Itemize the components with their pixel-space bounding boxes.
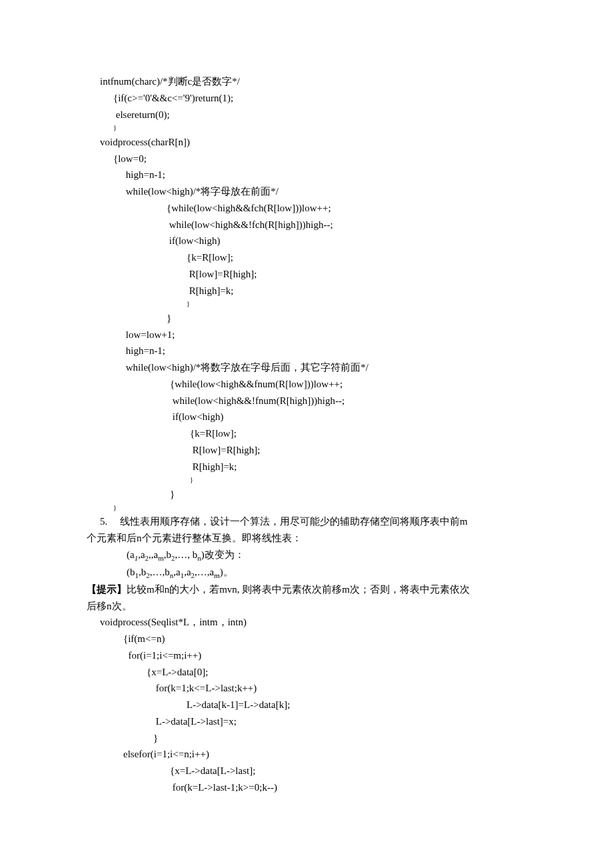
code-line: {k=R[low]; xyxy=(87,425,566,442)
document-page: intfnum(charc)/*判断c是否数字*/ {if(c>='0'&&c<… xyxy=(0,0,613,836)
code-line: } xyxy=(87,310,566,327)
code-line: while(low<high)/*将字母放在前面*/ xyxy=(87,183,566,200)
code-line: {if(m<=n) xyxy=(87,631,566,647)
question-text-cont: 个元素和后n个元素进行整体互换。即将线性表： xyxy=(87,530,566,547)
text: ,a xyxy=(173,567,180,577)
code-line: {k=R[low]; xyxy=(87,249,566,266)
code-line: high=n-1; xyxy=(87,343,566,359)
code-line: R[high]=k; xyxy=(87,283,566,299)
code-line: {while(low<high&&fch(R[low]))low++; xyxy=(87,200,566,217)
code-line: {if(c>='0'&&c<='9')return(1); xyxy=(87,90,566,107)
code-line: {x=L->data[0]; xyxy=(87,664,566,681)
subscript: m xyxy=(214,571,220,579)
code-line: R[low]=R[high]; xyxy=(87,442,566,459)
code-line: while(low<high)/*将数字放在字母后面，其它字符前面*/ xyxy=(87,359,566,376)
code-line: for(i=1;i<=m;i++) xyxy=(87,647,566,664)
text: (b xyxy=(127,567,135,577)
text: (a xyxy=(127,549,135,560)
question-5: 5. 线性表用顺序存储，设计一个算法，用尽可能少的辅助存储空间将顺序表中前m xyxy=(87,513,566,530)
text: ,b xyxy=(139,567,146,577)
code-line: L->data[k-1]=L->data[k]; xyxy=(87,697,566,713)
formula-1: (a1,a2,,am,b2,…, bn)改变为： xyxy=(87,547,566,564)
code-line: } xyxy=(87,486,566,503)
code-line: } xyxy=(87,299,566,310)
formula-2: (b1,b2,…,bn,a1,a2,…,am)。 xyxy=(87,564,566,581)
code-line: intfnum(charc)/*判断c是否数字*/ xyxy=(87,73,566,90)
code-line: voidprocess(charR[n]) xyxy=(87,134,566,151)
text: ,,a xyxy=(149,549,158,560)
code-line: } xyxy=(87,730,566,747)
code-line: while(low<high&&!fch(R[high]))high--; xyxy=(87,217,566,233)
code-line: while(low<high&&!fnum(R[high]))high--; xyxy=(87,393,566,409)
code-line: R[high]=k; xyxy=(87,459,566,475)
text: ,b xyxy=(164,549,171,560)
text: ,…,b xyxy=(150,567,170,577)
code-line: for(k=L->last-1;k>=0;k--) xyxy=(87,779,566,796)
hint-line: 【提示】比较m和n的大小，若mvn, 则将表中元素依次前移m次；否则，将表中元素… xyxy=(87,581,566,598)
code-line: high=n-1; xyxy=(87,167,566,183)
text: ,a xyxy=(184,567,191,577)
text: )。 xyxy=(220,567,233,577)
code-line: R[low]=R[high]; xyxy=(87,266,566,283)
text: )改变为： xyxy=(201,549,245,560)
code-line: } xyxy=(87,503,566,514)
text: ,…,a xyxy=(195,567,214,577)
hint-text-cont: 后移n次。 xyxy=(87,598,566,615)
code-line: } xyxy=(87,123,566,134)
code-line: elsefor(i=1;i<=n;i++) xyxy=(87,746,566,763)
code-line: low=low+1; xyxy=(87,327,566,343)
code-line: {low=0; xyxy=(87,151,566,167)
question-text: 线性表用顺序存储，设计一个算法，用尽可能少的辅助存储空间将顺序表中前m xyxy=(120,516,468,527)
subscript: m xyxy=(158,554,164,562)
text: ,…, b xyxy=(175,549,198,560)
code-line: if(low<high) xyxy=(87,409,566,425)
code-line: } xyxy=(87,475,566,486)
code-line: elsereturn(0); xyxy=(87,107,566,123)
hint-text: 比较m和n的大小，若mvn, 则将表中元素依次前移m次；否则，将表中元素依次 xyxy=(127,584,470,595)
code-line: L->data[L->last]=x; xyxy=(87,713,566,730)
code-line: for(k=1;k<=L->last;k++) xyxy=(87,680,566,697)
question-number: 5. xyxy=(100,516,107,527)
code-line: voidprocess(Seqlist*L，intm，intn) xyxy=(87,614,566,631)
code-line: {x=L->data[L->last]; xyxy=(87,763,566,779)
code-line: if(low<high) xyxy=(87,233,566,249)
hint-label: 【提示】 xyxy=(87,584,127,595)
text: ,a xyxy=(138,549,145,560)
code-line: {while(low<high&&fnum(R[low]))low++; xyxy=(87,376,566,393)
